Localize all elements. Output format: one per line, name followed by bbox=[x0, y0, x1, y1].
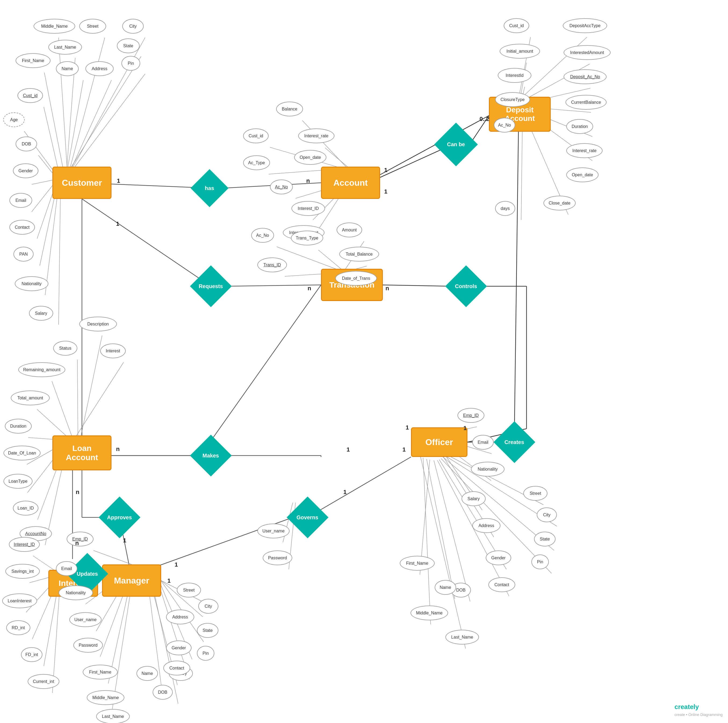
svg-line-4 bbox=[82, 199, 211, 286]
diagram-container: Customer Account DepositAccount Transact… bbox=[0, 0, 728, 723]
card-approves-n: n bbox=[76, 489, 79, 496]
diamond-can-be: Can be bbox=[434, 123, 478, 166]
svg-line-22 bbox=[307, 457, 411, 518]
attr-ac-no: Ac_No bbox=[270, 179, 293, 195]
attr-loan-description: Description bbox=[79, 317, 117, 331]
attr-emp-id-mgr: Emp_ID bbox=[67, 532, 93, 547]
svg-line-83 bbox=[434, 460, 470, 602]
attr-dep-cust-id: Cust_id bbox=[504, 18, 529, 33]
diamond-approves: Approves bbox=[99, 496, 141, 538]
attr-dep-days: days bbox=[495, 201, 515, 216]
entity-customer: Customer bbox=[52, 167, 112, 199]
svg-line-116 bbox=[155, 573, 203, 642]
card-updates-n: n bbox=[75, 540, 79, 547]
attr-ac-type: Ac_Type bbox=[243, 155, 270, 170]
attr-first-name-off: First_Name bbox=[400, 556, 434, 571]
attr-pan: PAN bbox=[14, 247, 34, 262]
attr-last-name: Last_Name bbox=[48, 40, 82, 55]
attr-street-mgr: Street bbox=[177, 583, 201, 597]
attr-cust-id: Cust_id bbox=[17, 88, 43, 103]
diamond-creates: Creates bbox=[494, 421, 535, 463]
card-officer-makes: 1 bbox=[347, 446, 350, 453]
svg-line-48 bbox=[325, 148, 350, 169]
attr-dep-open-date: Open_date bbox=[566, 167, 598, 182]
entity-manager: Manager bbox=[102, 564, 161, 597]
svg-line-44 bbox=[45, 192, 58, 295]
attr-address-off: Address bbox=[472, 518, 500, 533]
attr-interest-id-acc: Interest_ID bbox=[292, 201, 325, 216]
svg-line-43 bbox=[40, 188, 57, 265]
svg-line-91 bbox=[52, 381, 72, 438]
attr-trans-id: Trans_ID bbox=[257, 257, 287, 272]
card-customer-has: 1 bbox=[117, 178, 120, 184]
attr-trans-type: Trans_Type bbox=[291, 231, 323, 245]
attr-last-name-mgr: Last_Name bbox=[96, 709, 130, 723]
attr-password-mgr: Password bbox=[73, 638, 103, 653]
attr-state-mgr: State bbox=[197, 623, 219, 638]
attr-gender-mgr: Gender bbox=[166, 640, 191, 655]
attr-username-governs: User_name bbox=[257, 524, 290, 538]
attr-date-of-trans: Date_of_Trans bbox=[335, 271, 377, 286]
attr-state: State bbox=[117, 38, 140, 53]
attr-first-name-mgr: First_Name bbox=[83, 665, 118, 679]
attr-duration-loan: Duration bbox=[5, 419, 32, 433]
diamond-requests: Requests bbox=[190, 265, 232, 307]
svg-line-89 bbox=[77, 360, 78, 438]
entity-loan-account: LoanAccount bbox=[52, 435, 112, 470]
attr-username-mgr: User_name bbox=[69, 612, 101, 627]
attr-middle-name-mgr: Middle_Name bbox=[87, 690, 124, 705]
attr-pin-off: Pin bbox=[531, 555, 549, 569]
attr-dep-close-date: Close_date bbox=[543, 196, 576, 210]
attr-fd-int: FD_int bbox=[21, 647, 43, 662]
entity-account: Account bbox=[321, 167, 380, 199]
attr-dep-duration: Duration bbox=[566, 119, 593, 134]
attr-rd-int: RD_int bbox=[6, 620, 31, 635]
svg-line-85 bbox=[427, 459, 455, 599]
attr-nationality-cust: Nationality bbox=[15, 276, 48, 291]
attr-interest-id: Interest_ID bbox=[9, 537, 40, 552]
svg-line-119 bbox=[283, 502, 293, 542]
attr-open-date-acc: Open_date bbox=[294, 150, 326, 165]
svg-line-6 bbox=[380, 285, 451, 286]
attr-amount: Amount bbox=[336, 222, 362, 237]
attr-trans-ac-no: Ac_No bbox=[251, 228, 274, 243]
svg-line-121 bbox=[211, 285, 321, 441]
attr-dep-interested-amount: InterestedAmount bbox=[564, 45, 610, 60]
svg-line-88 bbox=[81, 335, 102, 438]
attr-dep-closure-type: ClosureType bbox=[495, 92, 530, 107]
attr-email-off: Email bbox=[472, 435, 494, 450]
attr-name-mgr: Name bbox=[136, 666, 158, 681]
svg-line-41 bbox=[32, 182, 55, 212]
card-officer-1: 1 bbox=[402, 446, 406, 453]
attr-emp-id-off: Emp_ID bbox=[457, 408, 484, 423]
svg-line-29 bbox=[70, 38, 105, 169]
attr-gender-off: Gender bbox=[486, 550, 511, 565]
attr-state-off: State bbox=[534, 532, 555, 547]
attr-nationality-off: Nationality bbox=[471, 462, 505, 476]
attr-city-mgr: City bbox=[198, 599, 219, 614]
card-can-be-deposit: 0..2 bbox=[480, 116, 489, 123]
attr-loan-interest-attr: LoanInterest bbox=[2, 593, 37, 608]
creately-logo: creately create • Online Diagramming bbox=[674, 703, 723, 718]
attr-date-of-loan: Date_Of_Loan bbox=[3, 446, 41, 460]
attr-city-off: City bbox=[537, 507, 557, 522]
attr-current-int: Current_int bbox=[28, 674, 60, 689]
attr-name-off: Name bbox=[434, 580, 456, 595]
svg-line-40 bbox=[32, 179, 55, 184]
attr-email-mgr: Email bbox=[56, 561, 77, 576]
attr-last-name-off: Last_Name bbox=[445, 630, 479, 645]
svg-line-36 bbox=[72, 74, 145, 170]
entity-officer: Officer bbox=[411, 427, 467, 457]
svg-line-66 bbox=[277, 247, 341, 271]
svg-line-34 bbox=[67, 80, 83, 171]
attr-nationality-mgr: Nationality bbox=[58, 585, 93, 600]
card-account-can-be: 1 bbox=[384, 167, 387, 174]
attr-interest-rate-acc: Interest_rate bbox=[298, 129, 335, 143]
attr-total-amount: Total_amount bbox=[11, 391, 50, 405]
attr-loan-status: Status bbox=[53, 341, 77, 355]
attr-dep-initial-amount: Initial_amount bbox=[500, 44, 540, 58]
svg-line-110 bbox=[112, 581, 132, 709]
er-diagram-lines bbox=[0, 0, 728, 723]
svg-line-92 bbox=[37, 409, 69, 439]
card-account-n: 1 bbox=[384, 188, 387, 195]
